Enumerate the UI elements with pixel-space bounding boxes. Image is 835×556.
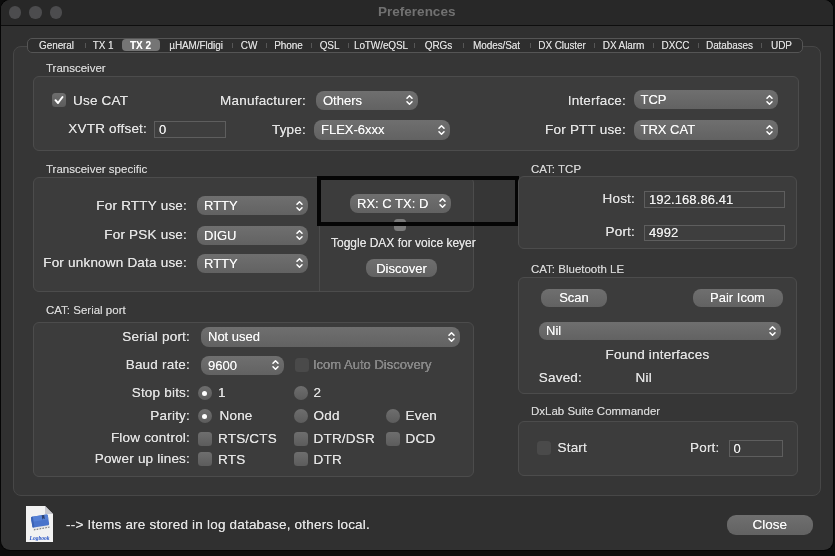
svg-text:Logbook: Logbook — [29, 535, 50, 541]
